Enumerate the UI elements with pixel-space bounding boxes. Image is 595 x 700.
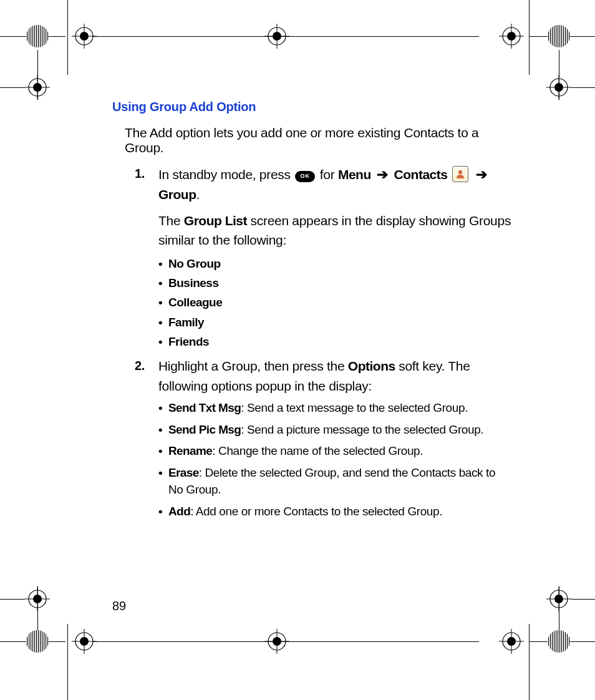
group-item: Family bbox=[158, 313, 511, 332]
print-reg-bottom bbox=[0, 623, 595, 660]
option-item: Send Txt Msg: Send a text message to the… bbox=[158, 399, 511, 417]
step-1: In standby mode, press OK for Menu ➔ Con… bbox=[135, 164, 511, 351]
reg-target-icon bbox=[499, 629, 524, 654]
svg-point-24 bbox=[458, 170, 462, 174]
option-item: Send Pic Msg: Send a picture message to … bbox=[158, 421, 511, 439]
step-2: Highlight a Group, then press the Option… bbox=[135, 356, 511, 520]
step1-text: In standby mode, press bbox=[158, 167, 294, 182]
group-list-label: Group List bbox=[184, 213, 247, 228]
step1-for: for bbox=[320, 167, 338, 182]
reg-corner-icon bbox=[25, 629, 50, 654]
svg-point-46 bbox=[548, 630, 570, 653]
reg-line bbox=[0, 599, 25, 600]
reg-target-icon bbox=[499, 24, 524, 49]
reg-target-icon bbox=[264, 629, 289, 654]
reg-target-icon bbox=[72, 629, 97, 654]
page-number: 89 bbox=[112, 599, 126, 613]
step1-paragraph: The Group List screen appears in the dis… bbox=[158, 211, 511, 250]
option-name: Rename bbox=[168, 444, 212, 457]
option-item: Rename: Change the name of the selected … bbox=[158, 442, 511, 460]
option-item: Add: Add one or more Contacts to the sel… bbox=[158, 503, 511, 520]
option-name: Erase bbox=[168, 466, 199, 479]
reg-corner-icon bbox=[546, 629, 571, 654]
contacts-icon bbox=[452, 166, 468, 182]
steps-list: In standby mode, press OK for Menu ➔ Con… bbox=[135, 164, 511, 520]
reg-line bbox=[0, 87, 25, 88]
print-reg-top bbox=[0, 17, 595, 55]
options-label: Options bbox=[348, 359, 395, 373]
group-item: Business bbox=[158, 273, 511, 293]
reg-corner-icon bbox=[25, 24, 50, 49]
section-heading: Using Group Add Option bbox=[112, 100, 511, 114]
option-item: Erase: Delete the selected Group, and se… bbox=[158, 464, 511, 498]
reg-target-icon bbox=[264, 24, 289, 49]
option-desc: : Change the name of the selected Group. bbox=[212, 444, 423, 457]
period: . bbox=[196, 187, 200, 202]
reg-line bbox=[67, 624, 68, 700]
arrow-icon: ➔ bbox=[377, 167, 388, 182]
reg-line bbox=[529, 624, 530, 700]
reg-corner-icon bbox=[546, 24, 571, 49]
step2-pre: Highlight a Group, then press the bbox=[158, 359, 348, 373]
svg-point-2 bbox=[26, 25, 49, 47]
ok-button-icon: OK bbox=[295, 171, 315, 182]
svg-point-15 bbox=[548, 25, 570, 47]
group-list: No Group Business Colleague Family Frien… bbox=[158, 254, 511, 352]
option-name: Add bbox=[168, 505, 190, 518]
group-label: Group bbox=[158, 187, 196, 202]
group-item: Colleague bbox=[158, 293, 511, 312]
reg-line bbox=[529, 0, 530, 75]
group-item: No Group bbox=[158, 254, 511, 273]
reg-line bbox=[571, 87, 595, 88]
contacts-label: Contacts bbox=[394, 167, 448, 182]
options-list: Send Txt Msg: Send a text message to the… bbox=[158, 399, 511, 520]
option-name: Send Pic Msg bbox=[168, 423, 241, 436]
option-desc: : Delete the selected Group, and send th… bbox=[168, 466, 495, 497]
reg-target-icon bbox=[72, 24, 97, 49]
page-content: Using Group Add Option The Add option le… bbox=[112, 100, 511, 525]
group-item: Friends bbox=[158, 332, 511, 351]
menu-label: Menu bbox=[338, 167, 371, 182]
reg-line bbox=[559, 50, 559, 100]
text: The bbox=[158, 213, 184, 228]
reg-line bbox=[37, 50, 38, 100]
reg-line bbox=[67, 0, 68, 75]
arrow-icon: ➔ bbox=[476, 167, 487, 182]
reg-line bbox=[571, 599, 595, 600]
option-desc: : Send a picture message to the selected… bbox=[241, 423, 483, 436]
option-desc: : Send a text message to the selected Gr… bbox=[241, 401, 468, 414]
svg-point-33 bbox=[26, 630, 49, 653]
option-desc: : Add one or more Contacts to the select… bbox=[190, 505, 442, 518]
option-name: Send Txt Msg bbox=[168, 401, 241, 414]
intro-paragraph: The Add option lets you add one or more … bbox=[125, 125, 511, 155]
